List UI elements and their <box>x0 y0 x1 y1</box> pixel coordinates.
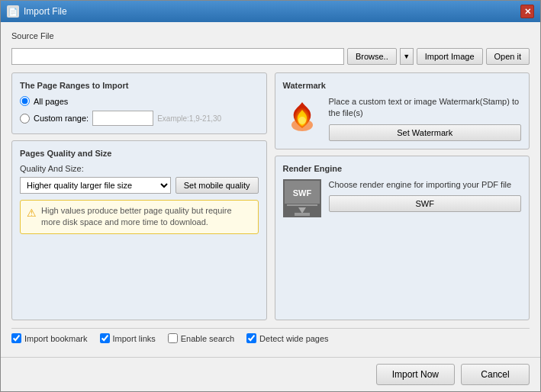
quality-row: Higher quality larger file size Set mobi… <box>20 177 259 194</box>
source-file-row: Browse.. ▼ Import Image Open it <box>11 48 530 65</box>
import-links-checkbox-item[interactable]: Import links <box>100 333 156 343</box>
watermark-flame-icon <box>283 96 321 134</box>
import-links-label: Import links <box>113 334 156 343</box>
set-watermark-button[interactable]: Set Watermark <box>329 124 522 141</box>
all-pages-label[interactable]: All pages <box>34 97 68 106</box>
bottom-bar: Import Now Cancel <box>1 357 540 391</box>
render-right: Choose render engine for importing your … <box>329 179 522 212</box>
main-panels: The Page Ranges to Import All pages Cust… <box>11 72 530 320</box>
svg-rect-5 <box>287 204 317 206</box>
left-panel: The Page Ranges to Import All pages Cust… <box>11 72 267 320</box>
source-file-input[interactable] <box>11 48 344 65</box>
page-ranges-title: The Page Ranges to Import <box>20 81 259 90</box>
import-bookmark-checkbox-item[interactable]: Import bookmark <box>11 333 88 343</box>
window-icon: 📄 <box>7 5 19 18</box>
svg-text:SWF: SWF <box>292 188 311 198</box>
watermark-panel: Watermark <box>275 72 530 149</box>
watermark-right: Place a custom text or image Watermark(S… <box>329 96 522 141</box>
custom-range-row: Custom range: Example:1,9-21,30 <box>20 111 259 126</box>
mobile-quality-button[interactable]: Set mobile quality <box>176 177 259 194</box>
render-description: Choose render engine for importing your … <box>329 179 522 191</box>
swf-svg-icon: SWF <box>283 179 321 217</box>
svg-point-1 <box>298 117 306 124</box>
custom-range-label[interactable]: Custom range: <box>34 114 89 123</box>
browse-dropdown-button[interactable]: ▼ <box>400 48 414 65</box>
swf-icon: SWF <box>283 179 321 217</box>
swf-engine-button[interactable]: SWF <box>329 195 522 212</box>
source-file-section: Source File Browse.. ▼ Import Image Open… <box>11 31 530 65</box>
watermark-logo <box>283 96 321 134</box>
all-pages-row: All pages <box>20 96 259 106</box>
source-file-label: Source File <box>11 31 530 40</box>
close-button[interactable]: ✕ <box>520 5 534 18</box>
import-now-button[interactable]: Import Now <box>376 364 455 385</box>
quality-sub-label: Quality And Size: <box>20 164 259 173</box>
watermark-content: Place a custom text or image Watermark(S… <box>283 96 522 141</box>
import-file-window: 📄 Import File ✕ Source File Browse.. ▼ I… <box>0 0 541 392</box>
render-content: SWF Choose render engine for importing y… <box>283 179 522 217</box>
custom-range-input[interactable] <box>92 111 153 126</box>
page-ranges-panel: The Page Ranges to Import All pages Cust… <box>11 72 267 134</box>
enable-search-checkbox[interactable] <box>168 333 178 343</box>
cancel-button[interactable]: Cancel <box>461 364 530 385</box>
browse-button[interactable]: Browse.. <box>347 48 397 65</box>
example-text: Example:1,9-21,30 <box>157 114 221 123</box>
detect-wide-pages-checkbox[interactable] <box>246 333 256 343</box>
right-panel: Watermark <box>275 72 530 320</box>
title-bar-left: 📄 Import File <box>7 5 67 18</box>
render-engine-title: Render Engine <box>283 164 522 173</box>
render-engine-panel: Render Engine SWF <box>275 156 530 320</box>
quality-title: Pages Quality and Size <box>20 149 259 158</box>
open-it-button[interactable]: Open it <box>486 48 530 65</box>
warning-icon: ⚠ <box>27 206 37 221</box>
warning-box: ⚠ High values produce better page qualit… <box>20 200 259 234</box>
import-image-button[interactable]: Import Image <box>417 48 483 65</box>
watermark-title: Watermark <box>283 81 522 90</box>
window-title: Import File <box>24 6 67 17</box>
title-bar: 📄 Import File ✕ <box>1 1 540 22</box>
import-links-checkbox[interactable] <box>100 333 110 343</box>
warning-text: High values produce better page quality … <box>41 205 252 229</box>
detect-wide-pages-label: Detect wide pages <box>259 334 329 343</box>
quality-select[interactable]: Higher quality larger file size <box>20 177 171 194</box>
all-pages-radio[interactable] <box>20 96 30 106</box>
watermark-description: Place a custom text or image Watermark(S… <box>329 96 522 120</box>
quality-panel: Pages Quality and Size Quality And Size:… <box>11 140 267 320</box>
svg-rect-7 <box>295 213 310 216</box>
import-bookmark-label: Import bookmark <box>24 334 88 343</box>
detect-wide-pages-checkbox-item[interactable]: Detect wide pages <box>246 333 329 343</box>
import-bookmark-checkbox[interactable] <box>11 333 21 343</box>
enable-search-label: Enable search <box>181 334 234 343</box>
custom-range-radio[interactable] <box>20 114 30 124</box>
enable-search-checkbox-item[interactable]: Enable search <box>168 333 234 343</box>
checkboxes-row: Import bookmark Import links Enable sear… <box>11 328 530 348</box>
content-area: Source File Browse.. ▼ Import Image Open… <box>1 22 540 357</box>
